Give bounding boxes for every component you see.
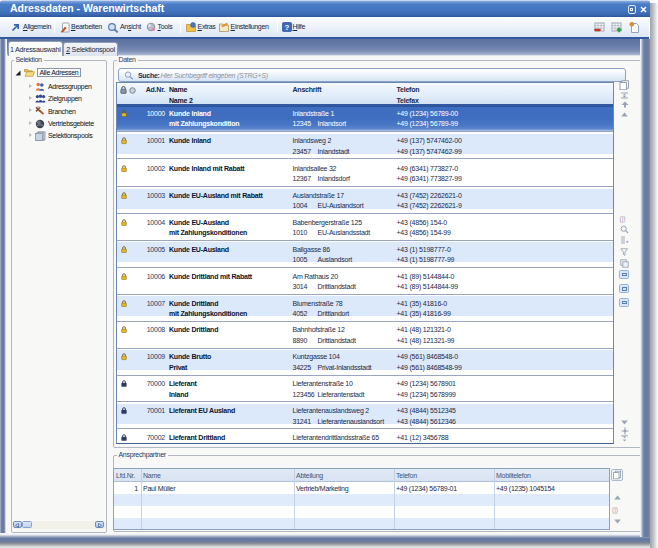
svg-text:?: ? (284, 23, 289, 32)
